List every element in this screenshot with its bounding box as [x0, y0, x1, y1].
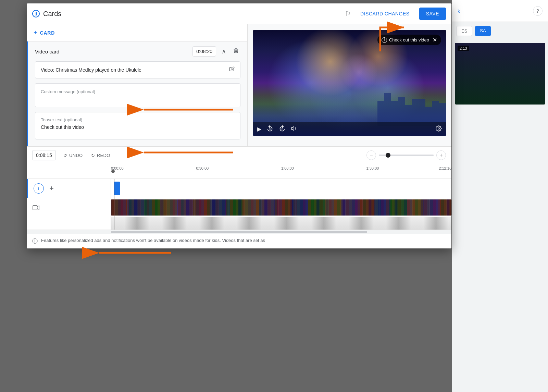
- video-info-label: Check out this video: [389, 37, 429, 42]
- svg-marker-2: [291, 126, 294, 131]
- play-button[interactable]: ▶: [257, 126, 261, 132]
- card-fields: Video: Christmas Medley played on the Uk…: [28, 61, 247, 146]
- cards-timeline-row: i +: [27, 179, 451, 198]
- right-panel: i Check out this video ✕ ▶ 10: [248, 24, 451, 146]
- current-time-display[interactable]: 0:08:15: [32, 150, 56, 160]
- ruler-mark-4: 2:12:16: [439, 166, 451, 170]
- card-timestamp[interactable]: 0:08:20: [192, 46, 216, 57]
- video-cam-icon: [32, 204, 40, 211]
- video-timeline-row: [27, 198, 451, 217]
- cards-row-content: [111, 179, 451, 198]
- discard-changes-button[interactable]: DISCARD CHANGES: [356, 8, 414, 19]
- add-card-plus-icon: +: [34, 29, 37, 36]
- custom-message-field[interactable]: Custom message (optional): [35, 83, 240, 107]
- ruler-playhead-marker: [111, 170, 115, 173]
- zoom-in-button[interactable]: +: [436, 150, 446, 160]
- card-item-header: Video card 0:08:20 ∧: [28, 41, 247, 61]
- video-info-close-icon[interactable]: ✕: [433, 37, 437, 43]
- card-item: Video card 0:08:20 ∧: [27, 41, 247, 146]
- audio-row-sidebar: [27, 217, 111, 230]
- header-actions: ⚐ DISCARD CHANGES SAVE: [345, 8, 446, 20]
- video-row-content: [111, 198, 451, 217]
- svg-rect-4: [33, 205, 37, 210]
- right-panel-link[interactable]: k: [458, 8, 460, 14]
- undo-icon: ↺: [63, 153, 67, 158]
- redo-icon: ↻: [91, 153, 95, 158]
- card-title: Video card: [35, 49, 188, 54]
- notice-text: Features like personalized ads and notif…: [41, 237, 265, 244]
- svg-text:10: 10: [269, 128, 271, 130]
- edit-video-title-icon[interactable]: [229, 66, 235, 73]
- video-container: i Check out this video ✕ ▶ 10: [253, 30, 446, 136]
- video-controls: ▶ 10 10: [253, 122, 446, 136]
- cards-row-sidebar: i +: [27, 179, 111, 198]
- audio-timeline-row: [27, 217, 451, 230]
- modal-title: Cards: [43, 10, 61, 18]
- card-timeline-marker[interactable]: [114, 182, 120, 195]
- teaser-label: Teaser text (optional): [41, 117, 235, 122]
- svg-point-3: [438, 127, 440, 129]
- cards-info-icon[interactable]: i: [34, 183, 44, 194]
- rewind-10-button[interactable]: 10: [266, 125, 274, 133]
- video-title-value: Video: Christmas Medley played on the Uk…: [41, 67, 141, 73]
- video-title-field: Video: Christmas Medley played on the Uk…: [35, 61, 240, 78]
- ruler-mark-2: 1:00:00: [281, 166, 294, 170]
- video-info-pill: i Check out this video ✕: [377, 35, 441, 45]
- timeline-section: 0:08:15 ↺ UNDO ↻ REDO − +: [27, 146, 451, 234]
- info-icon: ℹ: [32, 10, 40, 17]
- ruler-mark-1: 0:30:00: [196, 166, 209, 170]
- video-preview: i Check out this video ✕: [253, 30, 446, 136]
- timeline-ruler: 0:00:00 0:30:00 1:00:00 1:30:00 2:12:16: [27, 164, 451, 179]
- timeline-toolbar: 0:08:15 ↺ UNDO ↻ REDO − +: [27, 147, 451, 164]
- video-film-strip: [111, 199, 451, 216]
- custom-message-placeholder: Custom message (optional): [41, 89, 95, 94]
- audio-row-content: [111, 217, 451, 230]
- notice-info-icon: ⓘ: [32, 238, 38, 245]
- background-video-thumb: 2:13: [455, 43, 545, 105]
- redo-button[interactable]: ↻ REDO: [88, 151, 114, 160]
- timeline-rows-container: i +: [27, 179, 451, 230]
- header-left: ℹ Cards: [32, 10, 345, 18]
- collapse-icon[interactable]: ∧: [220, 46, 227, 57]
- teaser-value: Check out this video: [41, 124, 235, 131]
- video-settings-icon[interactable]: [436, 125, 442, 133]
- right-panel-buttons: ES SA: [452, 22, 548, 40]
- left-panel: + CARD Video card 0:08:20 ∧: [27, 24, 248, 146]
- zoom-controls: − +: [366, 150, 446, 160]
- cards-add-icon[interactable]: +: [49, 184, 54, 193]
- zoom-track[interactable]: [379, 155, 434, 156]
- modal-body: + CARD Video card 0:08:20 ∧: [27, 24, 451, 146]
- modal-header: ℹ Cards ⚐ DISCARD CHANGES SAVE: [27, 3, 451, 24]
- volume-button[interactable]: [291, 125, 298, 133]
- teaser-text-field[interactable]: Teaser text (optional) Check out this vi…: [35, 112, 240, 139]
- save-button[interactable]: SAVE: [419, 8, 446, 20]
- zoom-thumb[interactable]: [386, 153, 390, 158]
- zoom-out-button[interactable]: −: [366, 150, 376, 160]
- bottom-notice: ⓘ Features like personalized ads and not…: [27, 234, 451, 248]
- right-top-bar: k ?: [452, 0, 548, 22]
- undo-button[interactable]: ↺ UNDO: [60, 151, 86, 160]
- add-card-label: CARD: [40, 30, 55, 36]
- timeline-scrollbar[interactable]: [27, 230, 451, 234]
- add-card-row[interactable]: + CARD: [27, 24, 247, 41]
- delete-card-icon[interactable]: [232, 46, 240, 57]
- audio-waveform-bars: [111, 217, 451, 230]
- video-info-icon: i: [382, 37, 387, 43]
- cards-modal: ℹ Cards ⚐ DISCARD CHANGES SAVE + CARD Vi…: [27, 3, 451, 248]
- svg-text:10: 10: [281, 128, 283, 130]
- right-side-panel: k ? ES SA 2:13: [452, 0, 548, 392]
- video-row-sidebar: [27, 198, 111, 217]
- help-icon[interactable]: ?: [533, 6, 543, 16]
- feedback-icon[interactable]: ⚐: [345, 10, 351, 17]
- forward-10-button[interactable]: 10: [278, 125, 286, 133]
- ruler-mark-3: 1:30:00: [366, 166, 379, 170]
- ruler-track: 0:00:00 0:30:00 1:00:00 1:30:00 2:12:16: [111, 166, 451, 176]
